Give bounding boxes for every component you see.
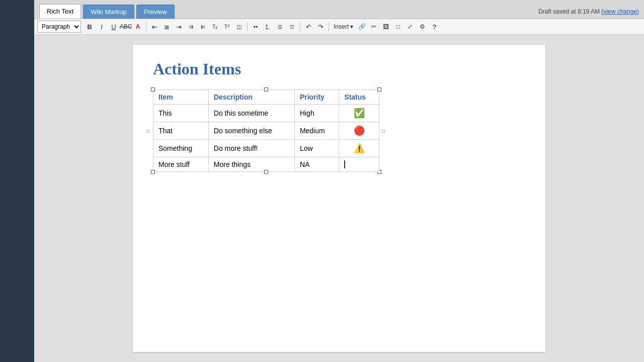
handle-top-left[interactable]: [151, 87, 155, 92]
page-title: Action Items: [153, 60, 525, 78]
cell-description[interactable]: Do something else: [208, 122, 294, 140]
underline-button[interactable]: U: [108, 21, 119, 32]
cell-description[interactable]: More things: [208, 157, 294, 172]
col-header-priority: Priority: [294, 90, 339, 105]
sidebar: [0, 0, 34, 362]
action-table: Item Description Priority Status This Do…: [153, 89, 379, 172]
cell-priority[interactable]: Medium: [294, 122, 339, 140]
status-yellow-icon: ⚠️: [344, 143, 374, 154]
cell-description[interactable]: Do more stuff!: [208, 140, 294, 157]
separator-3: [300, 22, 300, 31]
cell-status[interactable]: 🔴 □: [339, 122, 379, 140]
tab-wiki-markup[interactable]: Wiki Markup: [83, 5, 134, 19]
row-handle-left: □: [146, 128, 149, 134]
unordered-list-2-button[interactable]: ☰: [274, 21, 285, 32]
ordered-list-2-button[interactable]: ☶: [286, 21, 297, 32]
indent-button[interactable]: ⇉: [185, 21, 196, 32]
text-color-button[interactable]: A: [132, 21, 143, 32]
col-header-item: Item: [153, 90, 209, 105]
handle-top-right[interactable]: [377, 87, 381, 92]
tab-rich-text[interactable]: Rich Text: [39, 4, 81, 19]
cell-priority[interactable]: NA: [294, 157, 339, 172]
cell-item[interactable]: This: [153, 105, 209, 122]
cell-status[interactable]: ⚠️: [339, 140, 379, 157]
expand-button[interactable]: ⤢: [405, 21, 416, 32]
table-header-row: Item Description Priority Status: [153, 90, 379, 105]
redo-button[interactable]: ↷: [315, 21, 326, 32]
align-right-button[interactable]: ⇥: [173, 21, 184, 32]
view-change-link[interactable]: (view change): [601, 8, 639, 15]
paragraph-format-select[interactable]: Paragraph: [37, 21, 81, 33]
italic-button[interactable]: I: [96, 21, 107, 32]
cell-priority[interactable]: High: [294, 105, 339, 122]
main-area: Rich Text Wiki Markup Preview Draft save…: [34, 0, 644, 362]
cell-item[interactable]: □ That: [153, 122, 209, 140]
table-row: □ That Do something else Medium 🔴 □: [153, 122, 379, 140]
handle-bottom-left[interactable]: [151, 170, 155, 174]
cell-status[interactable]: ✅: [339, 105, 379, 122]
bold-button[interactable]: B: [84, 21, 95, 32]
editor-area[interactable]: Action Items Item Description Priority: [34, 35, 644, 362]
frame-button[interactable]: □: [392, 21, 404, 32]
table-row: This Do this sometime High ✅: [153, 105, 379, 122]
outdent-button[interactable]: ⇇: [197, 21, 208, 32]
cell-description[interactable]: Do this sometime: [208, 105, 294, 122]
col-header-status: Status: [339, 90, 379, 105]
table-row: Something Do more stuff! Low ⚠️: [153, 140, 379, 157]
unlink-button[interactable]: ✂: [368, 21, 379, 32]
status-red-icon: 🔴: [344, 125, 374, 136]
cell-status[interactable]: [339, 157, 379, 172]
status-green-icon: ✅: [344, 108, 374, 119]
media-button[interactable]: ⚙: [417, 21, 428, 32]
ordered-list-button[interactable]: 1.: [262, 21, 273, 32]
align-left-button[interactable]: ⇤: [149, 21, 160, 32]
table-button[interactable]: ◫: [233, 21, 245, 32]
cell-item[interactable]: More stuff: [153, 157, 209, 172]
unordered-list-button[interactable]: ••: [250, 21, 261, 32]
separator-1: [146, 22, 146, 31]
superscript-button[interactable]: T²: [221, 21, 232, 32]
cell-item[interactable]: Something: [153, 140, 209, 157]
draft-status: Draft saved at 8:19 AM (view change): [538, 8, 639, 15]
cursor-indicator: [344, 160, 350, 168]
strikethrough-button[interactable]: ABC: [120, 21, 131, 32]
row-handle-right: □: [382, 128, 385, 134]
image-button[interactable]: 🖼: [380, 21, 391, 32]
align-center-button[interactable]: ≣: [161, 21, 172, 32]
col-header-description: Description: [208, 90, 294, 105]
handle-top-center[interactable]: [264, 87, 268, 92]
table-container: Item Description Priority Status This Do…: [153, 89, 379, 172]
toolbar: Paragraph B I U ABC A ⇤ ≣ ⇥ ⇉ ⇇ T₂ T² ◫ …: [34, 19, 644, 35]
separator-2: [247, 22, 248, 31]
insert-button[interactable]: Insert ▾: [332, 21, 355, 32]
editor-page[interactable]: Action Items Item Description Priority: [133, 45, 545, 352]
help-button[interactable]: ?: [429, 21, 440, 32]
cell-priority[interactable]: Low: [294, 140, 339, 157]
link-button[interactable]: 🔗: [356, 21, 367, 32]
separator-4: [329, 22, 329, 31]
handle-bottom-center[interactable]: [264, 170, 268, 174]
tab-bar: Rich Text Wiki Markup Preview Draft save…: [34, 0, 644, 19]
subscript-button[interactable]: T₂: [209, 21, 220, 32]
tab-preview[interactable]: Preview: [136, 5, 175, 19]
undo-button[interactable]: ↶: [303, 21, 314, 32]
